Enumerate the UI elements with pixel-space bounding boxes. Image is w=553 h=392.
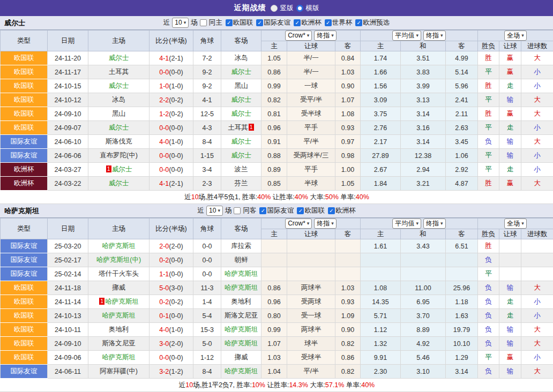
match-date: 24-10-13: [48, 309, 88, 323]
result-winloss: 平: [478, 267, 499, 281]
handicap-away-odds: [335, 239, 361, 253]
vertical-layout-radio-icon[interactable]: [271, 5, 278, 12]
column-header-result-goals: 进球数: [521, 41, 553, 51]
league-checkbox[interactable]: ✓: [355, 19, 362, 26]
near-label: 近: [198, 206, 205, 215]
home-team-name: 哈萨克斯坦(中): [96, 256, 141, 263]
bookmaker-select[interactable]: Crow*▾: [285, 218, 312, 229]
handicap-home-odds: [261, 267, 287, 281]
vertical-layout-label[interactable]: 竖版: [280, 4, 294, 13]
fulltime-score: 0-0: [159, 152, 169, 160]
halftime-score: (0-0): [169, 124, 183, 132]
index-time-select-value: 终指: [426, 220, 439, 228]
bookmaker-select[interactable]: Crow*▾: [285, 31, 312, 41]
team-name: 威尔士: [4, 16, 25, 30]
league-filter-label: 欧国联: [233, 18, 253, 27]
league-badge: 欧国联: [1, 51, 48, 65]
away-team: 威尔士: [221, 149, 261, 163]
match-date: 24-09-07: [48, 121, 88, 135]
match-date: 24-06-11: [48, 365, 88, 379]
result-handicap: 输: [499, 93, 521, 107]
avg-home-odds: 3.75: [361, 107, 401, 121]
handicap-away-odds: 1.03: [335, 281, 361, 295]
avg-draw-odds: 3.14: [401, 107, 446, 121]
average-select[interactable]: 平均值▾: [392, 31, 421, 41]
match-score: 3-0(2-0): [150, 337, 193, 351]
avg-home-odds: 9.91: [361, 351, 401, 365]
match-scope-select[interactable]: 全场▾: [504, 218, 527, 229]
avg-draw-odds: 3.10: [401, 365, 446, 379]
same-side-checkbox[interactable]: [234, 207, 241, 214]
fulltime-score: 1-2: [159, 110, 169, 118]
fulltime-score: 4-0: [159, 326, 169, 334]
fulltime-score: 2-2: [159, 96, 169, 104]
same-side-checkbox[interactable]: [200, 19, 207, 26]
league-checkbox[interactable]: ✓: [256, 19, 263, 26]
league-checkbox[interactable]: ✓: [325, 19, 332, 26]
league-badge: 欧国联: [1, 295, 48, 309]
fulltime-score: 3-0: [159, 340, 169, 348]
result-goals: 大: [521, 107, 553, 121]
fulltime-score: 1-0: [159, 82, 169, 90]
league-badge: 欧国联: [1, 79, 48, 93]
league-checkbox[interactable]: ✓: [328, 207, 335, 214]
match-date: 24-11-18: [48, 281, 88, 295]
chevron-down-icon: ▾: [218, 207, 220, 215]
league-checkbox[interactable]: ✓: [294, 19, 301, 26]
home-team: 威尔士: [88, 177, 150, 191]
away-team: 黑山: [221, 79, 261, 93]
corner-count: 9-2: [193, 65, 221, 79]
horizontal-layout-label[interactable]: 横版: [306, 4, 319, 13]
index-time-select[interactable]: 终指▾: [423, 31, 446, 41]
away-team-name: 哈萨克斯坦: [225, 367, 258, 375]
league-checkbox[interactable]: ✓: [297, 207, 304, 214]
avg-away-odds: 2.11: [446, 107, 478, 121]
index-time-select[interactable]: 终指▾: [314, 218, 337, 229]
average-select[interactable]: 平均值▾: [392, 218, 421, 229]
away-team: 土耳其1: [221, 121, 261, 135]
index-time-select[interactable]: 终指▾: [423, 218, 446, 229]
fulltime-score: 2-0: [159, 243, 169, 250]
games-count-select[interactable]: 10▾: [172, 18, 189, 28]
result-goals: 小: [521, 149, 553, 163]
index-time-select-value: 终指: [317, 32, 330, 40]
corner-count: 11-3: [193, 281, 221, 295]
result-goals: 小: [521, 163, 553, 177]
match-scope-select[interactable]: 全场▾: [504, 31, 527, 41]
result-handicap: 赢: [499, 65, 521, 79]
match-score: 0-0(0-0): [150, 65, 193, 79]
index-time-select-value: 终指: [317, 220, 330, 228]
result-winloss: 负: [478, 309, 499, 323]
league-filter-item: ✓国际友谊: [256, 18, 290, 27]
index-time-select-value: 终指: [426, 32, 439, 40]
home-team: 奥地利: [88, 323, 150, 337]
fulltime-score: 0-0: [159, 166, 169, 174]
summary-text: 近10场,胜4平5负1, 胜率:40% 让胜率:40% 大率:50% 单率:40…: [1, 191, 553, 204]
summary-segment: 让胜率:: [271, 193, 294, 201]
summary-segment: 14.3%: [289, 381, 308, 389]
league-badge: 欧国联: [1, 309, 48, 323]
home-team-name: 斯洛文尼亚: [102, 340, 136, 347]
league-badge: 欧国联: [1, 281, 48, 295]
avg-away-odds: 5.14: [446, 65, 478, 79]
halftime-score: (0-0): [169, 166, 183, 174]
league-checkbox[interactable]: ✓: [226, 19, 233, 26]
league-badge: 国际友谊: [1, 267, 48, 281]
away-team-name: 哈萨克斯坦: [225, 270, 258, 277]
games-count-select[interactable]: 10▾: [206, 206, 223, 216]
result-winloss: 胜: [478, 79, 499, 93]
summary-segment: 40%: [356, 193, 369, 201]
avg-away-odds: 2.92: [446, 163, 478, 177]
corner-count: 1-12: [193, 351, 221, 365]
index-time-select[interactable]: 终指▾: [314, 31, 337, 41]
horizontal-layout-radio-icon[interactable]: [296, 5, 303, 12]
away-team-name: 威尔士: [231, 110, 251, 117]
summary-segment: 10%: [252, 381, 265, 389]
result-handicap: 输: [499, 337, 521, 351]
avg-away-odds: 1.29: [446, 351, 478, 365]
avg-draw-odds: 3.14: [401, 135, 446, 149]
match-row: 国际友谊24-06-10斯洛伐克4-0(1-0)8-4威尔士0.91平/半0.9…: [1, 135, 553, 149]
avg-draw-odds: [401, 267, 446, 281]
league-checkbox[interactable]: ✓: [259, 207, 266, 214]
handicap-home-odds: 0.80: [261, 309, 287, 323]
